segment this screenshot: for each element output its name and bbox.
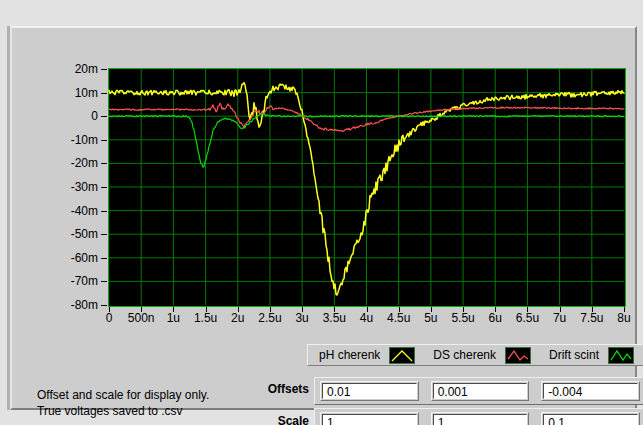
- y-tick-label: -10m: [62, 134, 98, 147]
- scale-row: 1 1 0.1: [314, 408, 643, 425]
- y-tick-mark: [101, 163, 107, 164]
- scale-value[interactable]: 1: [322, 414, 417, 425]
- offset-field-ph-cherenk[interactable]: 0.01: [320, 381, 419, 401]
- offset-value[interactable]: -0.004: [543, 383, 638, 399]
- y-tick-mark: [101, 116, 107, 117]
- waveform-sample-icon[interactable]: [505, 347, 531, 364]
- y-tick-mark: [101, 93, 107, 94]
- graph-decoration-panel: 20m10m0-10m-20m-30m-40m-50m-60m-70m-80m …: [10, 26, 637, 410]
- legend-item-drift-scint[interactable]: Drift scint: [549, 347, 634, 364]
- legend-item-ds-cherenk[interactable]: DS cherenk: [433, 347, 531, 364]
- y-tick-label: 0: [62, 110, 98, 123]
- offset-value[interactable]: 0.001: [433, 383, 528, 399]
- labview-front-panel: { "note": { "line1": "Offset and scale f…: [0, 0, 643, 425]
- y-tick-label: -20m: [62, 157, 98, 170]
- y-tick-mark: [101, 234, 107, 235]
- plot-legend: pH cherenk DS cherenk Drift scint: [307, 344, 643, 366]
- waveform-plot: [108, 68, 626, 307]
- x-tick-label: 8u: [602, 312, 643, 325]
- y-tick-label: -50m: [62, 228, 98, 241]
- offset-value[interactable]: 0.01: [322, 383, 417, 399]
- legend-label: pH cherenk: [319, 349, 380, 361]
- y-tick-mark: [101, 140, 107, 141]
- offsets-row: 0.01 0.001 -0.004: [314, 377, 643, 405]
- y-tick-label: 10m: [62, 87, 98, 100]
- y-tick-label: -80m: [62, 299, 98, 312]
- scale-field-drift-scint[interactable]: 0.1: [541, 412, 640, 425]
- y-tick-mark: [101, 258, 107, 259]
- y-tick-mark: [101, 281, 107, 282]
- legend-label: Drift scint: [549, 349, 599, 361]
- scale-value[interactable]: 0.1: [543, 414, 638, 425]
- waveform-sample-icon[interactable]: [608, 347, 634, 364]
- y-tick-label: -30m: [62, 181, 98, 194]
- y-tick-mark: [101, 187, 107, 188]
- scale-label: Scale: [210, 415, 309, 425]
- offset-field-drift-scint[interactable]: -0.004: [541, 381, 640, 401]
- y-tick-label: 20m: [62, 63, 98, 76]
- scale-field-ph-cherenk[interactable]: 1: [320, 412, 419, 425]
- y-tick-mark: [101, 211, 107, 212]
- y-tick-mark: [101, 305, 107, 306]
- y-tick-mark: [101, 69, 107, 70]
- scale-field-ds-cherenk[interactable]: 1: [431, 412, 530, 425]
- legend-label: DS cherenk: [433, 349, 496, 361]
- offsets-label: Offsets: [210, 383, 309, 396]
- scale-value[interactable]: 1: [433, 414, 528, 425]
- y-tick-label: -40m: [62, 205, 98, 218]
- y-tick-label: -60m: [62, 252, 98, 265]
- note-line-1: Offset and scale for display only.: [37, 388, 209, 403]
- legend-item-ph-cherenk[interactable]: pH cherenk: [319, 347, 415, 364]
- offset-field-ds-cherenk[interactable]: 0.001: [431, 381, 530, 401]
- waveform-sample-icon[interactable]: [389, 347, 415, 364]
- note-line-2: True voltages saved to .csv: [37, 404, 183, 419]
- y-tick-label: -70m: [62, 275, 98, 288]
